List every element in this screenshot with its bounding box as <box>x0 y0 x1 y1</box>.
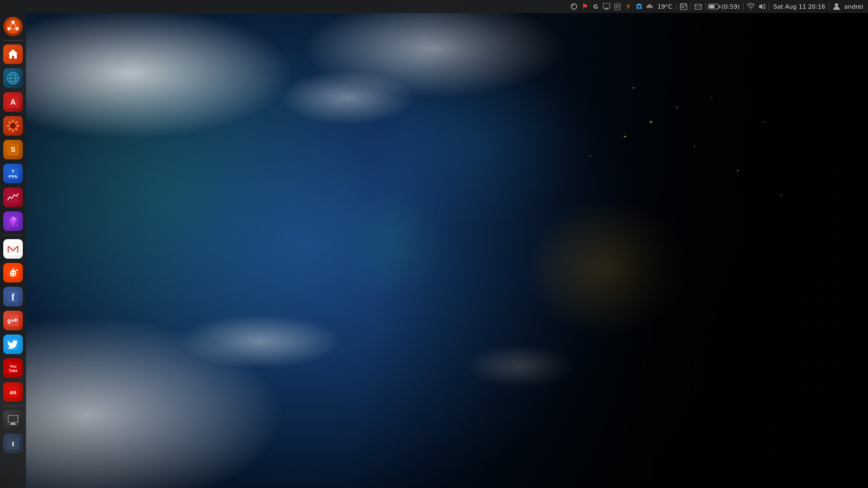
svg-text:+: + <box>14 316 18 324</box>
svg-point-10 <box>11 21 15 24</box>
svg-rect-50 <box>11 423 15 424</box>
topbar-system-icons: ⚑ G ⚡ <box>569 2 865 11</box>
pidgin-icon[interactable] <box>569 2 579 11</box>
gmail-icon <box>3 239 23 259</box>
clipboard-icon[interactable] <box>612 2 622 11</box>
separator-3 <box>705 3 706 10</box>
facebook-icon: f <box>3 287 23 306</box>
power-icon[interactable]: ⚡ <box>623 2 633 11</box>
network-monitor-icon[interactable] <box>602 2 611 11</box>
battery-indicator[interactable]: (0:59) <box>708 3 741 10</box>
svg-rect-51 <box>10 424 16 425</box>
files-button[interactable] <box>2 43 24 66</box>
youtube-button[interactable]: You Tube <box>2 357 24 380</box>
svg-text:f: f <box>11 292 15 303</box>
svg-rect-1 <box>603 3 610 8</box>
separator-2 <box>691 3 691 10</box>
svg-rect-5 <box>681 7 682 8</box>
reddit-button[interactable] <box>2 261 24 284</box>
monitor-icon <box>3 188 23 207</box>
sidebar-divider-2 <box>3 235 23 235</box>
svg-text:You: You <box>10 364 17 368</box>
svg-text:Y: Y <box>11 169 15 174</box>
screenshot-icon <box>3 410 23 429</box>
synaptic-icon: S <box>3 140 23 159</box>
software-center-icon: A <box>3 92 23 112</box>
ppa-icon: Y PPA <box>3 164 23 183</box>
sidebar-divider-3 <box>3 406 23 406</box>
battery-icon <box>708 4 719 9</box>
tumblr-button[interactable]: t <box>2 432 24 455</box>
user-icon[interactable] <box>832 2 841 11</box>
browser-button[interactable] <box>2 67 24 89</box>
hud-icon[interactable]: ⚑ <box>580 2 590 11</box>
gmail-button[interactable] <box>2 237 24 260</box>
lastfm-icon: as <box>3 382 23 402</box>
system-monitor-button[interactable] <box>2 186 24 209</box>
ubuntu-button[interactable] <box>2 15 24 38</box>
system-settings-button[interactable] <box>2 114 24 137</box>
svg-point-34 <box>14 272 15 273</box>
googleplus-icon: g+ + <box>3 311 23 330</box>
calendar-icon[interactable] <box>679 2 688 11</box>
weather-cloud-icon[interactable] <box>645 2 655 11</box>
svg-rect-7 <box>695 4 701 9</box>
svg-text:Tube: Tube <box>9 369 17 373</box>
facebook-button[interactable]: f <box>2 285 24 308</box>
separator-4 <box>743 3 744 10</box>
twitter-button[interactable] <box>2 333 24 356</box>
gem-icon <box>3 211 23 231</box>
wifi-icon[interactable] <box>746 2 756 11</box>
sidebar-divider-1 <box>3 40 23 41</box>
desktop: ⚑ G ⚡ <box>0 0 868 488</box>
svg-text:t: t <box>12 440 15 448</box>
separator-5 <box>769 3 769 10</box>
svg-point-8 <box>835 3 838 7</box>
svg-rect-4 <box>680 4 687 10</box>
twitter-icon <box>3 335 23 354</box>
city-lights-layer <box>0 0 868 488</box>
ubuntu-logo-icon <box>3 17 23 36</box>
svg-text:as: as <box>10 389 16 395</box>
dropbox-icon[interactable] <box>634 2 644 11</box>
home-icon <box>3 44 23 64</box>
svg-text:PPA: PPA <box>9 174 17 179</box>
separator-6 <box>829 3 829 10</box>
username-display: andrei <box>843 3 865 10</box>
email-icon[interactable] <box>693 2 703 11</box>
gimp-icon[interactable]: G <box>591 2 601 11</box>
tumblr-icon: t <box>3 434 23 453</box>
volume-icon[interactable] <box>757 2 767 11</box>
reddit-icon <box>3 263 23 282</box>
settings-gear-icon <box>3 116 23 136</box>
globe-icon <box>3 68 23 88</box>
svg-text:A: A <box>10 98 16 106</box>
temperature-display: 19°C <box>656 3 674 10</box>
ppa-manager-button[interactable]: Y PPA <box>2 162 24 185</box>
svg-text:S: S <box>11 145 16 153</box>
svg-point-33 <box>11 272 12 273</box>
googleplus-button[interactable]: g+ + <box>2 309 24 332</box>
battery-fill <box>709 5 714 8</box>
application-launcher: A S <box>0 13 26 488</box>
datetime-display: Sat Aug 11 20:16 <box>771 3 827 10</box>
screenshot-button[interactable] <box>2 408 24 431</box>
svg-rect-6 <box>683 7 684 8</box>
gem-button[interactable] <box>2 210 24 233</box>
battery-time: (0:59) <box>720 3 741 10</box>
separator-1 <box>676 3 676 10</box>
synaptic-button[interactable]: S <box>2 138 24 161</box>
system-topbar: ⚑ G ⚡ <box>0 0 868 13</box>
lastfm-button[interactable]: as <box>2 381 24 403</box>
svg-point-32 <box>10 270 16 277</box>
youtube-icon: You Tube <box>3 358 23 378</box>
svg-point-19 <box>10 123 16 129</box>
software-center-button[interactable]: A <box>2 91 24 113</box>
